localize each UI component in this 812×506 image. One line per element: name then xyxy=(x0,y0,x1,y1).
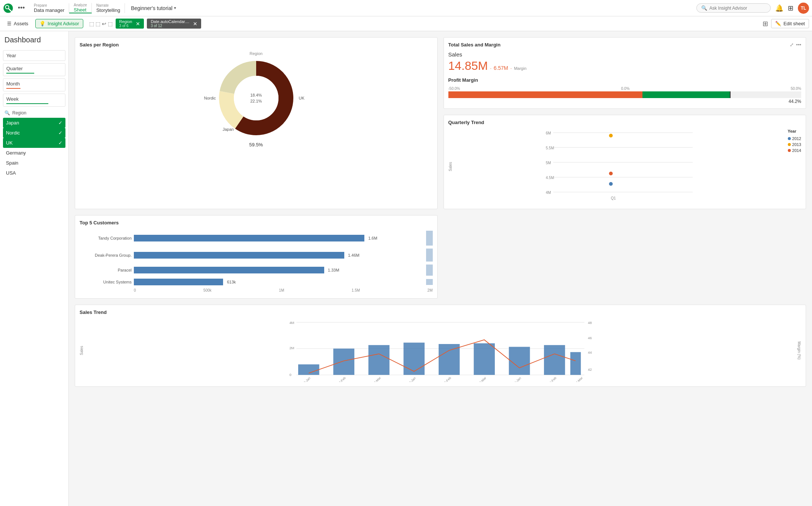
svg-text:2012-Jan: 2012-Jan xyxy=(299,376,311,382)
top-nav: ••• Prepare Data manager Analyze Sheet N… xyxy=(0,0,812,16)
margin-bar-negative xyxy=(448,91,642,98)
year-filter[interactable]: Year xyxy=(3,50,65,61)
svg-text:2014-Mar: 2014-Mar xyxy=(571,376,584,382)
content-grid: Sales per Region Region xyxy=(75,37,806,387)
legend-2014: 2014 xyxy=(788,148,801,153)
table-row: Tandy Corporation 1.6M xyxy=(80,231,433,246)
margin-value: 6.57M xyxy=(494,65,508,71)
region-item-spain[interactable]: Spain xyxy=(3,158,65,168)
customer-name: Tandy Corporation xyxy=(80,236,132,240)
region-item-germany[interactable]: Germany xyxy=(3,148,65,158)
select-icon: ⬚ xyxy=(89,21,94,27)
search-box[interactable]: 🔍 xyxy=(696,3,771,13)
sales-trend-card: Sales Trend Sales 4M 2M 0 48 46 44 42 xyxy=(75,305,806,387)
margin-label: Margin xyxy=(514,66,526,71)
margin-percentage: 44.2% xyxy=(448,99,802,104)
region-item-japan[interactable]: Japan ✓ xyxy=(3,118,65,128)
assets-icon: ☰ xyxy=(7,21,12,26)
svg-text:2013-Jan: 2013-Jan xyxy=(405,376,416,382)
svg-text:0: 0 xyxy=(289,373,291,377)
svg-text:2012-Mar: 2012-Mar xyxy=(370,376,382,382)
check-icon: ✓ xyxy=(58,120,62,126)
profit-margin-title: Profit Margin xyxy=(448,77,802,83)
nordic-label: Nordic xyxy=(204,96,216,100)
insight-advisor-button[interactable]: 💡 Insight Advisor xyxy=(35,19,83,28)
total-sales-card: Total Sales and Margin Sales 14.85M · 6.… xyxy=(444,37,806,109)
margin-separator: · xyxy=(490,65,492,71)
sales-trend-svg: 4M 2M 0 48 46 44 42 xyxy=(87,319,794,382)
search-input[interactable] xyxy=(709,6,761,11)
bar-chart: Tandy Corporation 1.6M Deak-Perera Group… xyxy=(80,229,433,294)
legend-dot-2013 xyxy=(788,143,791,146)
svg-text:44: 44 xyxy=(588,350,592,354)
date-chip-close-icon[interactable]: ✕ xyxy=(193,21,197,27)
svg-rect-35 xyxy=(403,343,425,375)
margin-axis: -50.0% 0.0% 50.0% xyxy=(448,87,802,91)
assets-button[interactable]: ☰ Assets xyxy=(3,19,32,28)
customer-name: Paracel xyxy=(80,268,132,272)
week-filter[interactable]: Week xyxy=(3,94,65,107)
nav-prepare[interactable]: Prepare Data manager xyxy=(29,3,69,13)
table-row: Paracel 1.33M xyxy=(80,265,433,276)
bar-mini xyxy=(426,249,433,262)
quarterly-scatter-svg: 6M 5.5M 5M 4.5M 4M xyxy=(455,129,785,203)
donut-label: Region xyxy=(249,51,262,56)
bar xyxy=(134,267,324,273)
svg-text:5.5M: 5.5M xyxy=(546,146,554,150)
undo-icon: ↩ xyxy=(102,21,106,27)
total-sales-content: Total Sales and Margin Sales 14.85M · 6.… xyxy=(448,42,527,73)
sales-trend-title: Sales Trend xyxy=(80,309,801,315)
edit-sheet-button[interactable]: ✏️ Edit sheet xyxy=(771,19,809,28)
quarter-filter[interactable]: Quarter xyxy=(3,63,65,76)
avatar[interactable]: TL xyxy=(798,3,809,14)
nav-analyze[interactable]: Analyze Sheet xyxy=(69,3,92,13)
customer-name: Unitec Systems xyxy=(80,280,132,284)
svg-rect-39 xyxy=(544,345,565,375)
svg-rect-37 xyxy=(474,343,495,375)
scatter-area: 6M 5.5M 5M 4.5M 4M xyxy=(455,129,785,204)
svg-text:6M: 6M xyxy=(546,131,551,135)
insight-icon: 💡 xyxy=(39,21,45,26)
region-chip-close-icon[interactable]: ✕ xyxy=(136,21,140,27)
svg-text:4M: 4M xyxy=(546,191,551,195)
qlik-logo[interactable] xyxy=(3,3,13,13)
svg-rect-40 xyxy=(570,352,581,375)
svg-rect-36 xyxy=(439,344,460,375)
more-icon[interactable]: ••• xyxy=(796,42,801,48)
dropdown-chevron-icon: ▾ xyxy=(174,6,176,10)
month-filter[interactable]: Month xyxy=(3,78,65,91)
nav-more-icon[interactable]: ••• xyxy=(18,4,25,12)
svg-point-20 xyxy=(609,172,613,175)
expand-icon[interactable]: ⤢ xyxy=(790,42,794,48)
region-item-uk[interactable]: UK ✓ xyxy=(3,138,65,148)
svg-text:42: 42 xyxy=(588,367,592,372)
pct-labels: 18.4% 22.1% xyxy=(250,93,262,103)
search-icon: 🔍 xyxy=(701,5,707,11)
donut-chart: Region Nordic xyxy=(80,51,433,147)
bar-mini xyxy=(426,265,433,276)
margin-bar-positive xyxy=(642,91,731,98)
bar xyxy=(134,235,364,241)
top5-customers-card: Top 5 Customers Tandy Corporation 1.6M D… xyxy=(75,215,438,299)
tutorial-dropdown[interactable]: Beginner's tutorial ▾ xyxy=(131,5,176,11)
date-filter-chip[interactable]: Date.autoCalendar.... 3 of 12 ✕ xyxy=(147,19,201,29)
nav-icons: 🔔 ⊞ TL xyxy=(775,3,809,14)
svg-rect-38 xyxy=(509,347,530,375)
grid-icon[interactable]: ⊞ xyxy=(788,4,793,12)
customer-name: Deak-Perera Group. xyxy=(80,253,132,257)
region-item-nordic[interactable]: Nordic ✓ xyxy=(3,128,65,138)
uk-label: UK xyxy=(299,96,304,100)
nav-narrate[interactable]: Narrate Storytelling xyxy=(92,3,125,13)
grid-toggle[interactable]: ⊞ xyxy=(763,20,768,28)
region-item-usa[interactable]: USA xyxy=(3,168,65,178)
region-filter-chip[interactable]: Region 3 of 6 ✕ xyxy=(116,19,144,29)
sales-kpi: 14.85M · 6.57M · Margin xyxy=(448,59,527,73)
legend-dot-2012 xyxy=(788,137,791,140)
right-panel: Total Sales and Margin Sales 14.85M · 6.… xyxy=(444,37,806,209)
top5-title: Top 5 Customers xyxy=(80,220,433,226)
svg-text:2013-Feb: 2013-Feb xyxy=(439,376,452,382)
legend: Year 2012 2013 2014 xyxy=(788,129,801,204)
sales-y-axis-label: Sales xyxy=(448,129,452,204)
bell-icon[interactable]: 🔔 xyxy=(775,4,783,12)
sales-label: Sales xyxy=(448,51,527,58)
